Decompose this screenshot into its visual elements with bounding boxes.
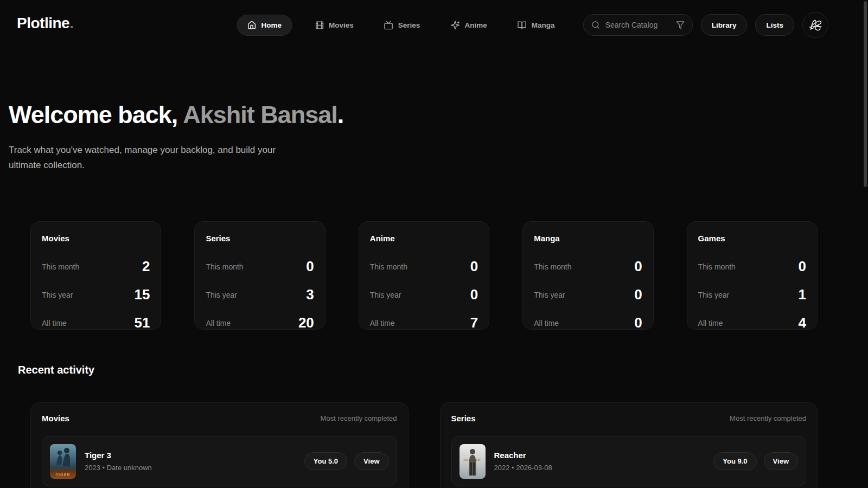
- recent-activity-grid: Movies Most recently completed TIGER Tig…: [30, 402, 818, 488]
- recent-card-header: Series Most recently completed: [451, 414, 807, 423]
- stat-card-title: Manga: [534, 234, 642, 243]
- poster-thumbnail: TIGER: [50, 444, 76, 479]
- stat-label: This year: [534, 291, 565, 299]
- recent-card-title: Series: [451, 414, 476, 423]
- brand-name: Plotline: [17, 15, 69, 31]
- stat-label: All time: [370, 319, 395, 328]
- stat-row: All time0: [534, 314, 642, 331]
- nav-label: Home: [261, 21, 282, 29]
- media-row-tiger-3[interactable]: TIGER Tiger 3 2023 • Date unknown You 5.…: [42, 436, 397, 486]
- nav-item-anime[interactable]: Anime: [443, 15, 494, 35]
- library-button[interactable]: Library: [701, 14, 748, 36]
- media-text: Reacher 2022 • 2026-03-08: [494, 451, 552, 472]
- recent-card-series: Series Most recently completed REACHER R…: [440, 402, 818, 488]
- book-open-icon: [518, 21, 527, 30]
- brand-logo[interactable]: Plotline.: [17, 15, 73, 32]
- media-actions: You 9.0 View: [713, 452, 798, 470]
- nav-item-series[interactable]: Series: [376, 15, 428, 35]
- brand-dot: .: [69, 15, 73, 31]
- stat-card-title: Games: [698, 234, 806, 243]
- recent-card-movies: Movies Most recently completed TIGER Tig…: [30, 402, 409, 488]
- hero-section: Welcome back, Akshit Bansal. Track what …: [0, 101, 868, 173]
- stat-card-anime: Anime This month0 This year0 All time7: [359, 221, 489, 330]
- sparkles-icon: [450, 21, 459, 30]
- period: .: [337, 101, 344, 129]
- stat-row: This month0: [534, 258, 642, 275]
- tv-icon: [384, 21, 393, 30]
- nav-label: Anime: [464, 21, 487, 29]
- greeting-text: Welcome back,: [9, 101, 183, 129]
- user-name: Akshit Bansal: [183, 101, 337, 129]
- stat-card-title: Anime: [370, 234, 478, 243]
- nav-item-home[interactable]: Home: [237, 15, 292, 36]
- stat-value: 20: [298, 314, 314, 331]
- search-input[interactable]: [605, 21, 671, 29]
- media-subtitle: 2023 • Date unknown: [85, 464, 152, 472]
- view-button[interactable]: View: [354, 452, 388, 470]
- media-title: Reacher: [494, 451, 552, 460]
- stat-value: 15: [134, 286, 150, 303]
- nav-label: Manga: [532, 21, 555, 29]
- recent-card-header: Movies Most recently completed: [42, 414, 397, 423]
- stats-row: Movies This month2 This year15 All time5…: [30, 221, 818, 330]
- stat-row: All time4: [698, 314, 806, 331]
- stat-value: 0: [634, 286, 642, 303]
- stat-card-title: Movies: [42, 234, 150, 243]
- stat-value: 0: [470, 258, 478, 275]
- stat-label: This month: [370, 262, 407, 271]
- stat-card-title: Series: [206, 234, 314, 243]
- header-right: Library Lists: [583, 12, 828, 38]
- user-rating-badge: You 9.0: [713, 452, 756, 470]
- media-title: Tiger 3: [85, 451, 152, 460]
- hero-subtitle: Track what you've watched, manage your b…: [9, 143, 304, 173]
- stat-label: All time: [698, 319, 723, 328]
- stat-card-series: Series This month0 This year3 All time20: [194, 221, 325, 330]
- nav-label: Series: [398, 21, 420, 29]
- recent-card-meta: Most recently completed: [321, 414, 397, 422]
- stat-label: This year: [42, 291, 73, 299]
- stat-row: This year0: [370, 286, 478, 303]
- view-button[interactable]: View: [764, 452, 798, 470]
- avatar[interactable]: [802, 12, 828, 38]
- stat-value: 0: [306, 258, 314, 275]
- recent-activity-heading: Recent activity: [18, 364, 868, 376]
- stat-label: This month: [206, 262, 243, 271]
- lists-button[interactable]: Lists: [755, 14, 794, 36]
- search-box[interactable]: [583, 14, 693, 36]
- stat-label: All time: [42, 319, 67, 328]
- stat-value: 0: [634, 258, 642, 275]
- stat-value: 0: [634, 314, 642, 331]
- stat-label: This month: [534, 262, 571, 271]
- monogram-icon: [806, 16, 825, 34]
- stat-row: This year0: [534, 286, 642, 303]
- stat-value: 1: [799, 286, 806, 303]
- stat-label: All time: [534, 319, 559, 328]
- stat-value: 2: [142, 258, 150, 275]
- header: Plotline. Home Movies Series Anime: [0, 0, 868, 50]
- stat-label: This month: [42, 262, 79, 271]
- stat-row: This year3: [206, 286, 314, 303]
- stat-row: This month0: [370, 258, 478, 275]
- stat-label: This year: [698, 291, 730, 299]
- stat-row: This year15: [42, 286, 150, 303]
- stat-label: This year: [206, 291, 237, 299]
- stat-row: All time51: [42, 314, 150, 331]
- home-icon: [247, 21, 257, 30]
- stat-value: 4: [799, 314, 806, 331]
- scrollbar[interactable]: [864, 1, 867, 187]
- stat-card-movies: Movies This month2 This year15 All time5…: [30, 221, 161, 330]
- nav-item-movies[interactable]: Movies: [307, 15, 361, 35]
- stat-value: 0: [470, 286, 478, 303]
- media-row-reacher[interactable]: REACHER Reacher 2022 • 2026-03-08 You 9.…: [451, 436, 807, 486]
- recent-card-title: Movies: [42, 414, 69, 423]
- nav-item-manga[interactable]: Manga: [510, 15, 563, 35]
- filter-icon[interactable]: [676, 21, 685, 29]
- stat-row: All time20: [206, 314, 314, 331]
- stat-row: This month0: [206, 258, 314, 275]
- page-title: Welcome back, Akshit Bansal.: [9, 101, 859, 129]
- media-subtitle: 2022 • 2026-03-08: [494, 464, 552, 472]
- main-nav: Home Movies Series Anime Manga: [237, 14, 631, 36]
- stat-value: 3: [306, 286, 314, 303]
- user-rating-badge: You 5.0: [304, 452, 347, 470]
- search-icon: [591, 21, 600, 29]
